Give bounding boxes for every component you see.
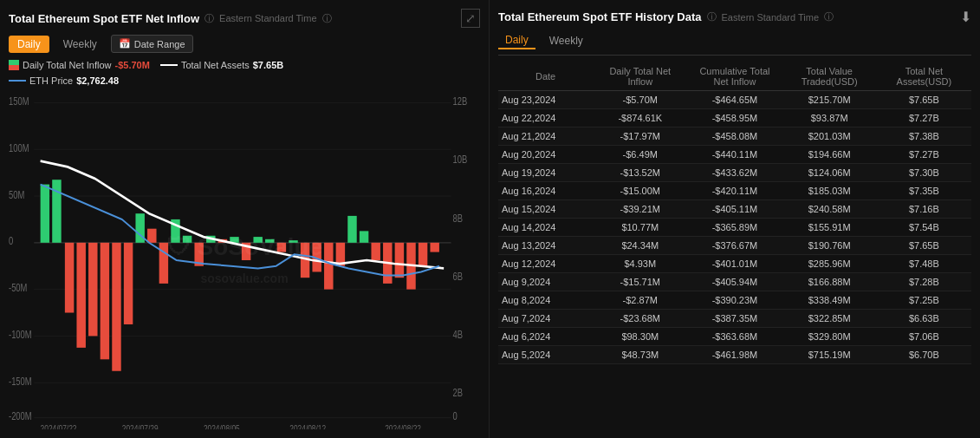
cell-cumulative: -$376.67M	[687, 237, 782, 255]
cell-date: Aug 9,2024	[498, 273, 593, 291]
right-tz-info-icon[interactable]: ⓘ	[824, 10, 834, 23]
table-row: Aug 22,2024-$874.61K-$458.95M$93.87M$7.2…	[498, 109, 971, 127]
cell-inflow: $48.73M	[593, 346, 687, 364]
legend-row: Daily Total Net Inflow -$5.70M Total Net…	[9, 60, 480, 70]
svg-text:2024/08/12: 2024/08/12	[289, 423, 326, 429]
svg-text:6B: 6B	[453, 271, 464, 282]
cell-inflow: -$874.61K	[593, 109, 687, 127]
expand-icon[interactable]: ⤢	[461, 9, 480, 28]
cell-assets: $6.63B	[877, 310, 971, 328]
table-body: Aug 23,2024-$5.70M-$464.65M$215.70M$7.65…	[498, 91, 971, 429]
svg-text:10B: 10B	[453, 154, 468, 165]
col-assets: Total Net Assets(USD)	[877, 62, 971, 91]
cell-inflow: $10.77M	[593, 219, 687, 237]
right-info-icon[interactable]: ⓘ	[707, 10, 717, 23]
svg-text:2024/07/29: 2024/07/29	[122, 423, 159, 429]
cell-traded: $201.03M	[782, 127, 877, 146]
table-head: Date Daily Total Net Inflow Cumulative T…	[498, 62, 971, 91]
cell-traded: $190.76M	[782, 237, 877, 255]
cell-cumulative: -$405.11M	[687, 200, 782, 219]
legend-assets: Total Net Assets $7.65B	[160, 60, 283, 70]
svg-rect-50	[360, 231, 368, 242]
cell-traded: $715.19M	[782, 346, 877, 364]
svg-rect-32	[147, 229, 156, 243]
cell-assets: $7.27B	[877, 146, 971, 164]
cell-assets: $7.16B	[877, 200, 971, 219]
svg-rect-23	[41, 185, 49, 243]
right-panel: Total Ethereum Spot ETF History Data ⓘ E…	[490, 0, 980, 438]
left-tab-daily[interactable]: Daily	[9, 36, 49, 53]
cell-inflow: $98.30M	[593, 328, 687, 346]
col-cumulative: Cumulative Total Net Inflow	[687, 62, 782, 91]
svg-rect-56	[430, 243, 438, 252]
legend-assets-value: $7.65B	[253, 60, 283, 70]
svg-text:-50M: -50M	[9, 282, 27, 293]
left-tab-weekly[interactable]: Weekly	[55, 36, 106, 53]
svg-text:150M: 150M	[9, 95, 29, 107]
cell-assets: $7.65B	[877, 91, 971, 109]
cell-assets: $7.35B	[877, 182, 971, 200]
right-tab-daily[interactable]: Daily	[498, 32, 535, 49]
cell-cumulative: -$365.89M	[687, 219, 782, 237]
date-range-button[interactable]: 📅 Date Range	[111, 35, 193, 53]
svg-rect-43	[277, 243, 286, 252]
table-row: Aug 16,2024-$15.00M-$420.11M$185.03M$7.3…	[498, 182, 971, 200]
cell-traded: $285.96M	[782, 255, 877, 273]
col-date: Date	[498, 62, 593, 91]
table-row: Aug 6,2024$98.30M-$363.68M$329.80M$7.06B	[498, 328, 971, 346]
legend-inflow: Daily Total Net Inflow -$5.70M	[9, 60, 150, 70]
svg-rect-29	[112, 243, 120, 371]
cell-cumulative: -$390.23M	[687, 291, 782, 310]
svg-rect-35	[183, 236, 191, 243]
cell-cumulative: -$363.68M	[687, 328, 782, 346]
right-header: Total Ethereum Spot ETF History Data ⓘ E…	[498, 9, 971, 25]
svg-rect-25	[65, 243, 74, 313]
svg-rect-30	[124, 243, 133, 324]
svg-text:2024/08/22: 2024/08/22	[385, 423, 421, 429]
cell-cumulative: -$458.08M	[687, 127, 782, 146]
cell-date: Aug 7,2024	[498, 310, 593, 328]
svg-text:12B: 12B	[453, 95, 468, 107]
svg-rect-44	[289, 240, 297, 243]
cell-cumulative: -$464.65M	[687, 91, 782, 109]
cell-inflow: -$13.52M	[593, 164, 687, 182]
svg-text:4B: 4B	[453, 329, 464, 340]
left-tz-info-icon[interactable]: ⓘ	[322, 12, 332, 25]
cell-cumulative: -$401.01M	[687, 255, 782, 273]
table-row: Aug 20,2024-$6.49M-$440.11M$194.66M$7.27…	[498, 146, 971, 164]
cell-date: Aug 23,2024	[498, 91, 593, 109]
calendar-icon: 📅	[119, 38, 131, 49]
cell-traded: $338.49M	[782, 291, 877, 310]
table-row: Aug 14,2024$10.77M-$365.89M$155.91M$7.54…	[498, 219, 971, 237]
cell-inflow: -$15.71M	[593, 273, 687, 291]
cell-date: Aug 16,2024	[498, 182, 593, 200]
cell-traded: $166.88M	[782, 273, 877, 291]
cell-traded: $215.70M	[782, 91, 877, 109]
download-icon[interactable]: ⬇	[960, 9, 971, 25]
cell-cumulative: -$461.98M	[687, 346, 782, 364]
left-tab-row: Daily Weekly 📅 Date Range	[9, 35, 480, 53]
cell-traded: $322.85M	[782, 310, 877, 328]
legend-eth-label: ETH Price	[29, 75, 73, 86]
cell-traded: $185.03M	[782, 182, 877, 200]
svg-text:2024/08/05: 2024/08/05	[204, 423, 240, 429]
left-panel: Total Ethereum Spot ETF Net Inflow ⓘ Eas…	[0, 0, 490, 438]
chart-area: 🛡 SoSoValuesosovalue.com 150M 100M 50M 0…	[9, 91, 480, 429]
svg-rect-47	[324, 243, 333, 290]
right-tab-weekly[interactable]: Weekly	[542, 33, 590, 49]
table-row: Aug 23,2024-$5.70M-$464.65M$215.70M$7.65…	[498, 91, 971, 109]
left-header: Total Ethereum Spot ETF Net Inflow ⓘ Eas…	[9, 9, 480, 28]
svg-text:-150M: -150M	[9, 376, 32, 387]
svg-rect-53	[395, 243, 404, 278]
history-table: Date Daily Total Net Inflow Cumulative T…	[498, 62, 971, 429]
svg-text:-200M: -200M	[9, 410, 32, 422]
svg-text:0: 0	[9, 235, 13, 246]
table-row: Aug 12,2024$4.93M-$401.01M$285.96M$7.48B	[498, 255, 971, 273]
svg-rect-26	[76, 243, 85, 348]
col-traded: Total Value Traded(USD)	[782, 62, 877, 91]
svg-text:8B: 8B	[453, 212, 464, 223]
cell-date: Aug 15,2024	[498, 200, 593, 219]
left-info-icon[interactable]: ⓘ	[204, 12, 214, 25]
cell-traded: $329.80M	[782, 328, 877, 346]
right-timezone: Eastern Standard Time	[722, 12, 820, 23]
